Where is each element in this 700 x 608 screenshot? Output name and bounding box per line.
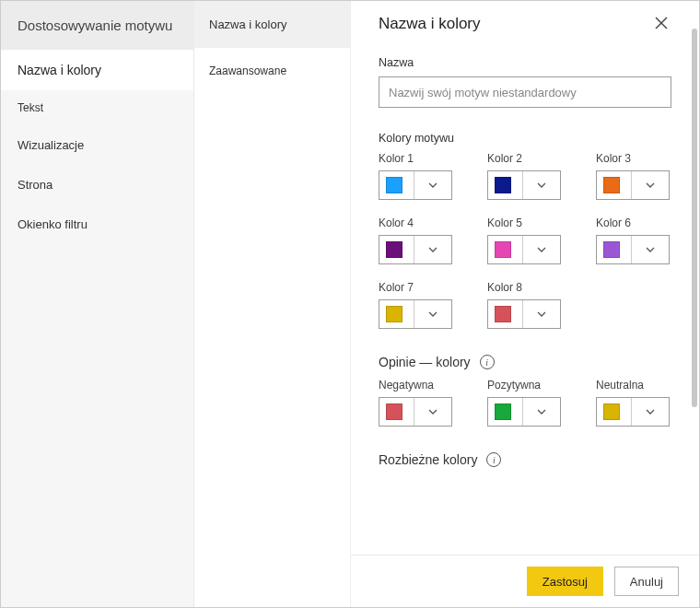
theme-color-1: Kolor 1 bbox=[379, 152, 454, 200]
theme-colors-label: Kolory motywu bbox=[379, 132, 671, 145]
feedback-heading-label: Opinie — kolory bbox=[379, 355, 471, 369]
panel-title: Nazwa i kolory bbox=[379, 15, 481, 33]
chevron-down-icon bbox=[536, 406, 547, 417]
color-picker[interactable] bbox=[596, 397, 670, 427]
sidebar-item-visuals[interactable]: Wizualizacje bbox=[1, 125, 193, 165]
dropdown-arrow[interactable] bbox=[523, 309, 560, 320]
close-icon[interactable] bbox=[651, 14, 671, 34]
apply-button[interactable]: Zastosuj bbox=[527, 567, 603, 596]
dropdown-arrow[interactable] bbox=[523, 406, 560, 417]
feedback-color-3: Neutralna bbox=[596, 379, 671, 427]
color-picker[interactable] bbox=[379, 170, 452, 200]
scrollbar[interactable] bbox=[692, 29, 697, 533]
dropdown-arrow[interactable] bbox=[414, 309, 451, 320]
color-picker[interactable] bbox=[487, 235, 561, 264]
color-swatch bbox=[495, 306, 511, 322]
color-picker[interactable] bbox=[379, 397, 452, 427]
chevron-down-icon bbox=[645, 244, 656, 255]
color-swatch bbox=[495, 177, 511, 193]
cancel-button-label: Anuluj bbox=[630, 575, 663, 589]
dropdown-arrow[interactable] bbox=[632, 244, 669, 255]
dropdown-arrow[interactable] bbox=[632, 406, 669, 417]
sub-item-name-colors[interactable]: Nazwa i kolory bbox=[194, 1, 350, 48]
sidebar-item-text[interactable]: Tekst bbox=[1, 90, 193, 125]
dropdown-arrow[interactable] bbox=[414, 406, 451, 417]
feedback-colors-grid: NegatywnaPozytywnaNeutralna bbox=[379, 379, 671, 427]
color-label: Kolor 6 bbox=[596, 216, 671, 229]
color-picker[interactable] bbox=[487, 299, 561, 329]
theme-color-8: Kolor 8 bbox=[487, 281, 563, 329]
divergent-heading-label: Rozbieżne kolory bbox=[379, 452, 477, 467]
chevron-down-icon bbox=[536, 180, 547, 191]
chevron-down-icon bbox=[645, 406, 656, 417]
color-swatch bbox=[386, 306, 402, 322]
color-label: Kolor 4 bbox=[379, 216, 454, 229]
sidebar-item-filter-pane[interactable]: Okienko filtru bbox=[1, 205, 193, 244]
color-picker[interactable] bbox=[379, 235, 452, 264]
primary-sidebar: Dostosowywanie motywu Nazwa i kolory Tek… bbox=[1, 1, 194, 607]
scrollbar-thumb[interactable] bbox=[692, 29, 697, 407]
theme-color-7: Kolor 7 bbox=[379, 281, 454, 329]
color-label: Kolor 2 bbox=[487, 152, 563, 165]
color-label: Negatywna bbox=[379, 379, 454, 392]
dropdown-arrow[interactable] bbox=[632, 180, 669, 191]
info-icon[interactable]: i bbox=[480, 355, 495, 369]
color-swatch bbox=[603, 177, 620, 193]
color-label: Pozytywna bbox=[487, 379, 563, 392]
main-panel: Nazwa i kolory Nazwa Kolory motywu Kolor… bbox=[351, 1, 699, 607]
info-icon[interactable]: i bbox=[486, 452, 501, 467]
chevron-down-icon bbox=[536, 244, 547, 255]
chevron-down-icon bbox=[536, 309, 547, 320]
color-picker[interactable] bbox=[379, 299, 452, 329]
sidebar-item-name-colors[interactable]: Nazwa i kolory bbox=[1, 50, 193, 90]
dropdown-arrow[interactable] bbox=[414, 244, 451, 255]
color-swatch bbox=[386, 403, 402, 420]
color-picker[interactable] bbox=[487, 397, 561, 427]
sidebar-item-label: Wizualizacje bbox=[18, 138, 84, 152]
color-label: Kolor 8 bbox=[487, 281, 563, 294]
cancel-button[interactable]: Anuluj bbox=[614, 567, 679, 596]
color-swatch bbox=[603, 241, 620, 258]
color-swatch bbox=[495, 403, 511, 420]
color-picker[interactable] bbox=[487, 170, 561, 200]
theme-color-3: Kolor 3 bbox=[596, 152, 671, 200]
color-picker[interactable] bbox=[596, 170, 670, 200]
dropdown-arrow[interactable] bbox=[414, 180, 451, 191]
sidebar-item-page[interactable]: Strona bbox=[1, 165, 193, 205]
chevron-down-icon bbox=[645, 180, 656, 191]
apply-button-label: Zastosuj bbox=[542, 575, 588, 589]
sub-item-label: Nazwa i kolory bbox=[209, 18, 287, 31]
theme-name-input[interactable] bbox=[379, 76, 671, 108]
theme-dialog: Dostosowywanie motywu Nazwa i kolory Tek… bbox=[0, 0, 700, 608]
sidebar-item-label: Tekst bbox=[18, 101, 43, 114]
divergent-heading: Rozbieżne kolory i bbox=[379, 452, 671, 467]
theme-colors-grid: Kolor 1Kolor 2Kolor 3Kolor 4Kolor 5Kolor… bbox=[379, 152, 671, 329]
theme-color-5: Kolor 5 bbox=[487, 216, 563, 264]
color-swatch bbox=[386, 241, 402, 258]
color-label: Kolor 7 bbox=[379, 281, 454, 294]
dropdown-arrow[interactable] bbox=[523, 180, 560, 191]
color-picker[interactable] bbox=[596, 235, 670, 264]
main-scroll[interactable]: Nazwa i kolory Nazwa Kolory motywu Kolor… bbox=[351, 1, 699, 555]
chevron-down-icon bbox=[427, 309, 438, 320]
primary-sidebar-title: Dostosowywanie motywu bbox=[1, 1, 193, 50]
name-label: Nazwa bbox=[379, 56, 671, 69]
dialog-footer: Zastosuj Anuluj bbox=[351, 555, 699, 607]
feedback-color-2: Pozytywna bbox=[487, 379, 563, 427]
color-swatch bbox=[603, 403, 620, 420]
x-icon bbox=[655, 17, 668, 29]
secondary-sidebar: Nazwa i kolory Zaawansowane bbox=[194, 1, 351, 607]
chevron-down-icon bbox=[427, 180, 438, 191]
sub-item-advanced[interactable]: Zaawansowane bbox=[194, 48, 350, 94]
feedback-heading: Opinie — kolory i bbox=[379, 355, 671, 369]
sidebar-item-label: Nazwa i kolory bbox=[18, 63, 101, 77]
dropdown-arrow[interactable] bbox=[523, 244, 560, 255]
sidebar-item-label: Okienko filtru bbox=[18, 217, 88, 231]
theme-color-6: Kolor 6 bbox=[596, 216, 671, 264]
color-swatch bbox=[386, 177, 402, 193]
color-label: Kolor 1 bbox=[379, 152, 454, 165]
color-label: Neutralna bbox=[596, 379, 671, 392]
chevron-down-icon bbox=[427, 244, 438, 255]
sidebar-item-label: Strona bbox=[18, 178, 52, 192]
color-label: Kolor 5 bbox=[487, 216, 563, 229]
